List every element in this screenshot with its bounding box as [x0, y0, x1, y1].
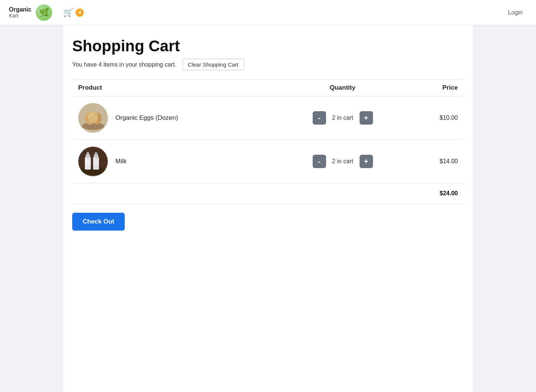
price-cell-eggs: $10.00 — [409, 96, 464, 140]
svg-point-1 — [82, 122, 104, 130]
login-button[interactable]: Login — [504, 7, 527, 18]
qty-text-milk: 2 in cart — [330, 158, 356, 165]
svg-rect-18 — [95, 152, 97, 154]
checkout-button[interactable]: Check Out — [72, 213, 125, 231]
col-product: Product — [72, 80, 277, 96]
col-price: Price — [409, 80, 464, 96]
table-header-row: Product Quantity Price — [72, 80, 464, 96]
cart-badge: 4 — [76, 9, 84, 17]
increment-button-eggs[interactable]: + — [360, 111, 373, 125]
product-image-eggs — [78, 103, 108, 133]
table-row: Organic Eggs (Dozen) - 2 in cart + $10.0… — [72, 96, 464, 140]
cart-summary: You have 4 items in your shopping cart. … — [72, 59, 464, 70]
logo-kart: Kart — [9, 13, 31, 19]
svg-rect-13 — [87, 152, 89, 154]
table-row: Milk - 2 in cart + $14.00 — [72, 140, 464, 183]
cart-summary-text: You have 4 items in your shopping cart. — [72, 61, 176, 68]
logo-icon: 🌿 — [36, 4, 52, 21]
qty-text-eggs: 2 in cart — [330, 115, 356, 121]
col-quantity: Quantity — [277, 80, 409, 96]
product-name-milk: Milk — [115, 158, 127, 165]
total-price: $24.00 — [409, 183, 464, 204]
logo-text: Organic Kart — [9, 6, 31, 19]
total-row: $24.00 — [72, 183, 464, 204]
quantity-cell-eggs: - 2 in cart + — [277, 96, 409, 140]
svg-rect-20 — [86, 158, 87, 165]
svg-rect-21 — [94, 158, 95, 165]
product-image-milk — [78, 147, 108, 176]
cart-table: Product Quantity Price — [72, 79, 464, 204]
price-cell-milk: $14.00 — [409, 140, 464, 183]
header: Organic Kart 🌿 🛒 4 Login — [0, 0, 536, 25]
page-title: Shopping Cart — [72, 37, 464, 55]
product-cell-eggs: Organic Eggs (Dozen) — [72, 96, 277, 140]
clear-cart-button[interactable]: Clear Shopping Cart — [182, 59, 244, 70]
quantity-cell-milk: - 2 in cart + — [277, 140, 409, 183]
decrement-button-milk[interactable]: - — [313, 155, 326, 168]
cart-icon: 🛒 — [63, 8, 73, 17]
product-cell-milk: Milk — [72, 140, 277, 183]
cart-area[interactable]: 🛒 4 — [63, 8, 84, 17]
product-name-eggs: Organic Eggs (Dozen) — [115, 114, 178, 122]
decrement-button-eggs[interactable]: - — [313, 111, 326, 125]
increment-button-milk[interactable]: + — [360, 155, 373, 168]
header-left: Organic Kart 🌿 🛒 4 — [9, 4, 84, 21]
logo-organic: Organic — [9, 6, 31, 13]
main-content: Shopping Cart You have 4 items in your s… — [63, 25, 473, 392]
